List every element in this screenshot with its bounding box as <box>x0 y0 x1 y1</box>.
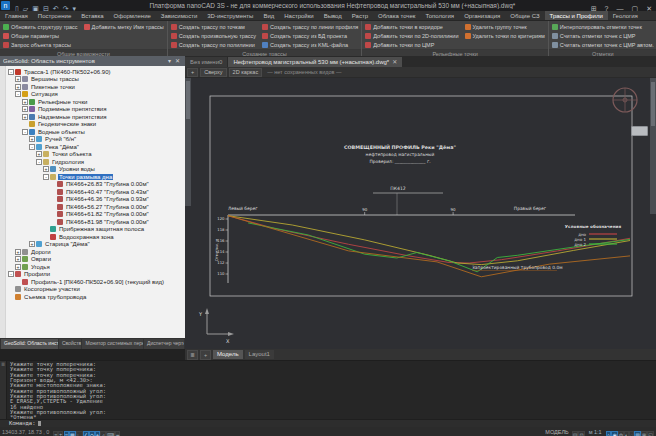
tree-item[interactable]: ПК466+81.98 "Глубина 0.00м" <box>6 218 185 226</box>
add-mode-icon[interactable]: ± <box>58 431 63 436</box>
tree-expander-icon[interactable]: + <box>29 241 35 247</box>
tree-item[interactable]: +Старица "Дёма" <box>6 241 185 249</box>
scale-indicator[interactable]: м 1:1 <box>589 429 602 435</box>
tree-item[interactable]: Профиль-1 [ПК460-ПК502+06.90] (текущий в… <box>6 278 185 286</box>
viewport-lock-icon[interactable]: ⊡ <box>578 431 584 436</box>
ribbon-button[interactable]: Считать отметки точек с ЦМР автом. <box>552 40 654 49</box>
ribbon-tab-Топология[interactable]: Топология <box>420 11 459 20</box>
ribbon-button[interactable]: Удалить группу точек <box>465 22 545 31</box>
document-tab[interactable]: Без имени0 <box>185 57 227 67</box>
ribbon-tab-3D-инструменты[interactable]: 3D-инструменты <box>202 11 258 20</box>
ribbon-button[interactable]: Создать трассу по точкам <box>171 22 256 31</box>
tree-item[interactable]: +Подземные препятствия <box>6 106 185 114</box>
tree-expander-icon[interactable]: + <box>36 151 42 157</box>
ribbon-button[interactable]: Создать трассу из БД проекта <box>262 31 358 40</box>
tree-item[interactable]: -Водные объекты <box>6 128 185 136</box>
canvas-left-scrollbar[interactable] <box>185 78 191 206</box>
tree-expander-icon[interactable]: - <box>22 129 28 135</box>
tool-palette-header[interactable]: GeoSolid: Область инструментов ▾✕ <box>0 56 185 66</box>
panel-caret-icon[interactable]: ▾ <box>166 58 173 64</box>
ribbon-button[interactable]: Обновить структуру трасс <box>3 22 78 31</box>
visual-style-button[interactable]: 2D каркас <box>229 68 263 77</box>
layout-tab-Layout1[interactable]: Layout1 <box>245 350 274 359</box>
ribbon-button[interactable]: Удалить точки по критериям <box>465 31 545 40</box>
tree-item[interactable]: +Дороги <box>6 248 185 256</box>
tab-close-icon[interactable]: ✕ <box>392 57 397 67</box>
tree-item[interactable]: ПК466+46.36 "Глубина 0.93м" <box>6 196 185 204</box>
tree-item[interactable]: ПК466+61.82 "Глубина 0.00м" <box>6 211 185 219</box>
layout-tab-Модель[interactable]: Модель <box>213 350 243 359</box>
tree-expander-icon[interactable]: - <box>36 159 42 165</box>
tree-expander-icon[interactable]: + <box>29 136 35 142</box>
tree-item[interactable]: -Гидрология <box>6 158 185 166</box>
tree-item[interactable]: Съемка трубопровода <box>6 293 185 301</box>
dyn-ucs-icon[interactable]: ⊿ <box>100 431 106 436</box>
drawing-canvas[interactable]: СОВМЕЩЕННЫЙ ПРОФИЛЬ Реки "Дёма"нефтепров… <box>185 78 656 349</box>
tree-item[interactable]: -Точки размыва дна <box>6 173 185 181</box>
tree-expander-icon[interactable]: - <box>8 271 14 277</box>
tree-item[interactable]: ПК466+26.83 "Глубина 0.00м" <box>6 181 185 189</box>
tree-item[interactable]: +Уровни воды <box>6 166 185 174</box>
ribbon-tab-Трассы и Профили[interactable]: Трассы и Профили <box>545 11 608 20</box>
tree-item[interactable]: -Ситуация <box>6 91 185 99</box>
tree-item[interactable]: +Пикетные точки <box>6 83 185 91</box>
tab-add-icon[interactable]: + <box>200 350 211 360</box>
ribbon-button[interactable]: Запрос объекта трассы <box>3 40 78 49</box>
tree-expander-icon[interactable]: + <box>15 249 21 255</box>
tree-expander-icon[interactable]: + <box>22 114 28 120</box>
viewport-add-button[interactable]: + <box>187 68 198 77</box>
command-line-gutter[interactable]: ≣ <box>0 361 7 419</box>
tree-expander-icon[interactable]: - <box>8 69 14 75</box>
panel-tab[interactable]: GeoSolid: Область инструм... <box>1 339 58 349</box>
canvas-right-scrollbar[interactable] <box>650 78 656 214</box>
ortho-icon[interactable]: ∟ <box>76 431 83 436</box>
tree-item[interactable]: Прибрежная защитная полоса <box>6 226 185 234</box>
ribbon-tab-Зависимости[interactable]: Зависимости <box>156 11 202 20</box>
tree-item[interactable]: -Река "Дёма" <box>6 143 185 151</box>
tree-expander-icon[interactable]: + <box>15 256 21 262</box>
ribbon-button[interactable]: Интерполировать отметки точек <box>552 22 654 31</box>
tab-list-icon[interactable]: ≣ <box>187 350 198 360</box>
panel-tab[interactable]: Свойства <box>59 339 82 349</box>
ribbon-button[interactable]: Общие параметры <box>3 31 78 40</box>
app-logo[interactable]: n <box>1 1 10 10</box>
ribbon-button[interactable]: Создать трассу по линии профиля <box>262 22 358 31</box>
osnap-icon[interactable]: ◇ <box>89 431 95 436</box>
ribbon-tab-Облака точек[interactable]: Облака точек <box>373 11 420 20</box>
ribbon-tab-Геология[interactable]: Геология <box>608 11 643 20</box>
tree-item[interactable]: +Овраги <box>6 256 185 264</box>
ribbon-button[interactable]: Добавить точки в коридоре <box>365 22 458 31</box>
ribbon-button[interactable]: Добавить метку Имя трассы <box>84 22 164 31</box>
tree-expander-icon[interactable]: + <box>43 166 49 172</box>
tree-item[interactable]: +Рельефные точки <box>6 98 185 106</box>
grid-icon[interactable]: ▦ <box>69 431 76 436</box>
tree-item[interactable]: Косогорные участки <box>6 286 185 294</box>
tree-expander-icon[interactable]: + <box>15 76 21 82</box>
ribbon-button[interactable]: Добавить точки по 2D-полилинии <box>365 31 458 40</box>
ribbon-tab-Оформление[interactable]: Оформление <box>109 11 156 20</box>
tree-item[interactable]: +Вершины трассы <box>6 76 185 84</box>
tree-expander-icon[interactable]: - <box>15 91 21 97</box>
dyn-input-icon[interactable]: ⌨ <box>106 431 115 436</box>
tree-item[interactable]: Водоохранная зона <box>6 233 185 241</box>
ribbon-button[interactable]: Считать отметки точек с ЦМР <box>552 31 654 40</box>
clean-screen-icon[interactable]: ◱ <box>647 431 654 436</box>
tree-item[interactable]: +Угодья <box>6 263 185 271</box>
tree-item[interactable]: +Надземные препятствия <box>6 113 185 121</box>
ribbon-tab-Построение[interactable]: Построение <box>33 11 76 20</box>
tree-item[interactable]: ПК466+56.27 "Глубина 0.00м" <box>6 203 185 211</box>
lineweight-icon[interactable]: ━ <box>115 431 120 436</box>
tree-expander-icon[interactable]: - <box>43 174 49 180</box>
tree-expander-icon[interactable]: + <box>15 264 21 270</box>
ribbon-button[interactable]: Создать трассу из KML-файла <box>262 40 358 49</box>
profile-line-дно 2[interactable] <box>248 223 630 272</box>
ribbon-tab-Вывод[interactable]: Вывод <box>319 11 347 20</box>
tree-item[interactable]: -Профили <box>6 271 185 279</box>
ribbon-button[interactable]: Создать трассу по полилинии <box>171 40 256 49</box>
ribbon-button[interactable]: Создать произвольную трассу <box>171 31 256 40</box>
tree-expander-icon[interactable]: - <box>29 144 35 150</box>
model-space-label[interactable]: МОДЕЛЬ <box>545 429 568 435</box>
document-tab[interactable]: Нефтепровод магистральный 530 мм (+насып… <box>228 57 402 67</box>
ribbon-button[interactable]: Добавить точки по ЦМР <box>365 40 458 49</box>
tree-expander-icon[interactable]: + <box>15 84 21 90</box>
